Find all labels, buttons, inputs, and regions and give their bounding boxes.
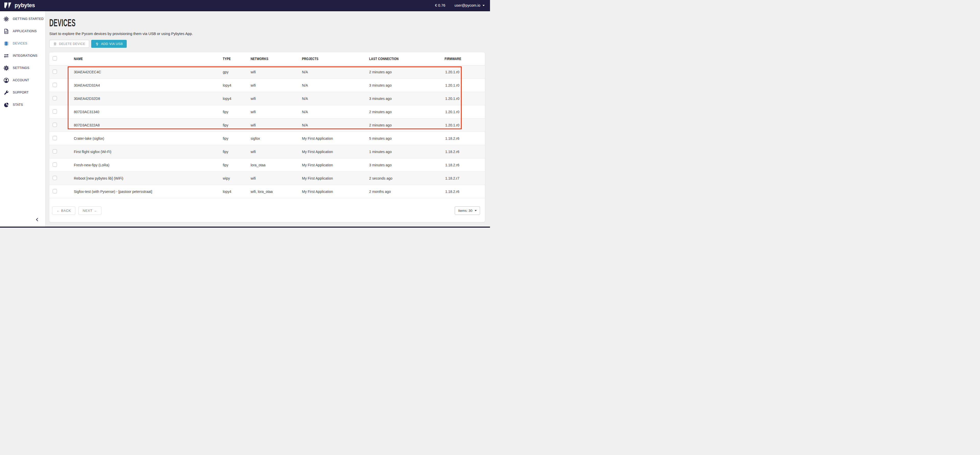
device-firmware: 1.20.1.r0 xyxy=(445,123,459,127)
sidebar-item-settings[interactable]: SETTINGS xyxy=(0,62,45,74)
row-checkbox[interactable] xyxy=(52,162,57,167)
sidebar-item-stats[interactable]: STATS xyxy=(0,99,45,111)
sidebar-item-integrations[interactable]: INTEGRATIONS xyxy=(0,49,45,62)
device-type: lopy4 xyxy=(223,189,231,194)
row-checkbox[interactable] xyxy=(52,123,57,127)
sidebar-item-label: SETTINGS xyxy=(13,66,29,70)
table-row[interactable]: Reboot [new pybytes lib] (WiFi) wipy wif… xyxy=(49,172,485,185)
back-button[interactable]: ← BACK xyxy=(52,207,75,215)
device-last-connection: 2 minutes ago xyxy=(369,110,391,114)
sidebar-item-account[interactable]: ACCOUNT xyxy=(0,74,45,86)
device-last-connection: 3 minutes ago xyxy=(369,83,391,88)
sidebar-item-devices[interactable]: DEVICES xyxy=(0,37,45,49)
column-header: TYPE xyxy=(223,56,251,61)
chip-icon xyxy=(3,40,10,47)
sidebar-item-label: STATS xyxy=(13,103,23,107)
row-checkbox[interactable] xyxy=(52,109,57,114)
device-last-connection: 2 minutes ago xyxy=(369,70,391,74)
wrench-icon xyxy=(3,89,10,96)
device-firmware: 1.20.1.r0 xyxy=(445,83,459,88)
window-bottom-edge xyxy=(0,227,490,228)
table-row[interactable]: Sigfox-test (with Pysense) - [pastoor pe… xyxy=(49,185,485,198)
header-checkbox-cell xyxy=(49,56,74,62)
device-firmware: 1.20.1.r0 xyxy=(445,110,459,114)
device-type: fipy xyxy=(223,110,228,114)
device-networks: sigfox xyxy=(251,137,260,140)
device-projects: My First Application xyxy=(302,176,333,180)
device-type: fipy xyxy=(223,163,228,167)
caret-down-icon xyxy=(483,5,485,6)
items-per-page-dropdown[interactable]: Items: 30 xyxy=(455,207,480,215)
device-type: fipy xyxy=(223,137,228,140)
table-row[interactable]: 30AEA42D32D8 lopy4 wifi N/A 3 minutes ag… xyxy=(49,92,485,105)
sidebar-item-getting-started[interactable]: GETTING STARTED xyxy=(0,13,45,25)
table-row[interactable]: Crater-lake (sigfox) fipy sigfox My Firs… xyxy=(49,132,485,145)
delete-device-button[interactable]: DELETE DEVICE xyxy=(49,40,89,48)
device-name: Crater-lake (sigfox) xyxy=(74,137,104,140)
device-networks: wifi xyxy=(251,123,256,127)
sidebar-item-applications[interactable]: APPLICATIONS xyxy=(0,25,45,37)
device-projects: My First Application xyxy=(302,189,333,194)
column-header: LAST CONNECTION xyxy=(369,56,441,61)
device-networks: lora_otaa xyxy=(251,163,266,167)
device-last-connection: 2 seconds ago xyxy=(369,176,392,180)
next-button[interactable]: NEXT → xyxy=(78,207,102,215)
device-name: 807D3AC322A8 xyxy=(74,123,100,127)
device-firmware: 1.20.1.r0 xyxy=(445,97,459,101)
row-checkbox[interactable] xyxy=(52,136,57,140)
column-header: FIRMWARE xyxy=(441,56,487,61)
sun-icon xyxy=(3,16,10,22)
table-row[interactable]: 30AEA42CEC4C gpy wifi N/A 2 minutes ago … xyxy=(49,65,485,78)
device-name: 30AEA42D32A4 xyxy=(74,83,100,88)
device-projects: N/A xyxy=(302,97,308,101)
row-checkbox[interactable] xyxy=(52,149,57,154)
device-networks: wifi xyxy=(251,176,256,180)
sidebar-item-label: SUPPORT xyxy=(13,91,29,94)
sidebar-item-label: ACCOUNT xyxy=(13,78,29,82)
arrows-swap-icon xyxy=(3,52,10,59)
column-header: PROJECTS xyxy=(302,56,369,61)
caret-down-icon xyxy=(475,210,477,211)
user-email: user@pycom.io xyxy=(455,3,480,7)
device-type: fipy xyxy=(223,150,228,154)
device-firmware: 1.18.2.r6 xyxy=(445,150,459,154)
table-row[interactable]: Fresh-new-fipy (LoRa) fipy lora_otaa My … xyxy=(49,158,485,172)
row-checkbox[interactable] xyxy=(52,83,57,87)
user-menu[interactable]: user@pycom.io xyxy=(455,3,485,7)
table-row[interactable]: First flight sigfox (Wi-Fi) fipy wifi My… xyxy=(49,145,485,158)
user-icon xyxy=(3,77,10,84)
chevron-left-icon xyxy=(35,217,39,222)
table-row[interactable]: 30AEA42D32A4 lopy4 wifi N/A 3 minutes ag… xyxy=(49,78,485,92)
sidebar-item-support[interactable]: SUPPORT xyxy=(0,86,45,99)
gear-icon xyxy=(3,65,10,71)
sidebar-nav: GETTING STARTED APPLICATIONS DEVICES INT… xyxy=(0,11,45,111)
sidebar-collapse-button[interactable] xyxy=(35,217,40,223)
device-firmware: 1.18.2.r7 xyxy=(445,176,459,180)
device-networks: wifi xyxy=(251,70,256,74)
add-via-usb-button[interactable]: ADD VIA USB xyxy=(91,40,127,48)
logo-text: pybytes xyxy=(14,2,35,9)
table-body: 30AEA42CEC4C gpy wifi N/A 2 minutes ago … xyxy=(49,65,485,198)
device-projects: My First Application xyxy=(302,137,333,140)
row-checkbox[interactable] xyxy=(52,189,57,193)
pagination-buttons: ← BACK NEXT → xyxy=(52,207,102,215)
topbar-right: € 0.76 user@pycom.io xyxy=(435,3,485,7)
device-name: Reboot [new pybytes lib] (WiFi) xyxy=(74,176,123,180)
table-row[interactable]: 807D3AC322A8 fipy wifi N/A 2 minutes ago… xyxy=(49,118,485,132)
usb-icon xyxy=(95,42,99,46)
code-document-icon xyxy=(3,28,10,35)
row-checkbox[interactable] xyxy=(52,176,57,180)
device-projects: N/A xyxy=(302,110,308,114)
pybytes-logo[interactable]: pybytes xyxy=(4,2,35,9)
table-header-row: NAME TYPE NETWORKS PROJECTS LAST CONNECT… xyxy=(49,52,485,65)
table-row[interactable]: 807D3AC31340 fipy wifi N/A 2 minutes ago… xyxy=(49,105,485,118)
row-checkbox[interactable] xyxy=(52,96,57,100)
row-checkbox[interactable] xyxy=(52,70,57,74)
account-balance: € 0.76 xyxy=(435,3,445,7)
device-projects: N/A xyxy=(302,123,308,127)
devices-table-card: NAME TYPE NETWORKS PROJECTS LAST CONNECT… xyxy=(49,52,485,222)
device-last-connection: 3 minutes ago xyxy=(369,97,391,101)
sidebar-item-label: GETTING STARTED xyxy=(13,17,44,21)
select-all-checkbox[interactable] xyxy=(52,56,57,60)
device-projects: N/A xyxy=(302,83,308,88)
